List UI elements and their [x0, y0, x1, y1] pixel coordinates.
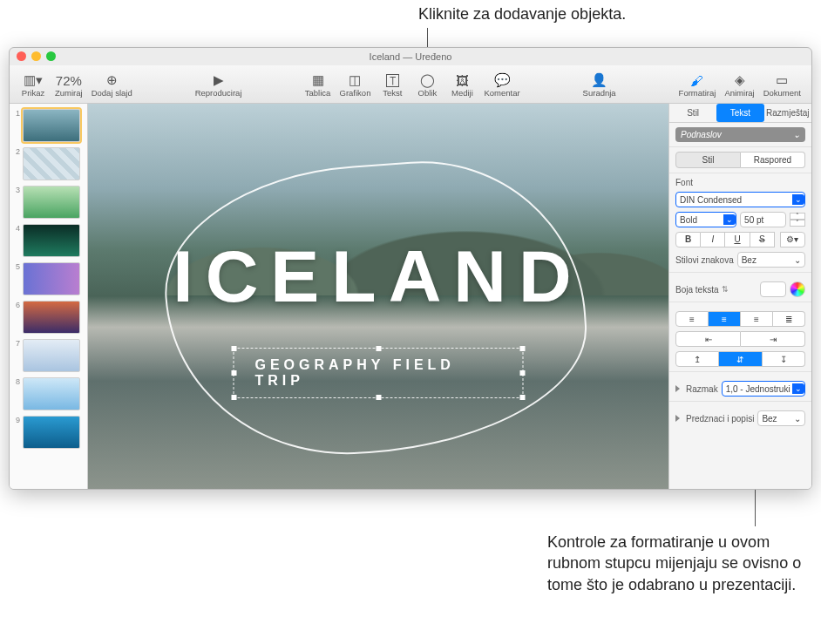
font-size-stepper[interactable]: ˄ ˅: [790, 213, 805, 227]
slide-thumb-7[interactable]: 7: [13, 339, 84, 372]
bullets-label: Predznaci i popisi: [686, 414, 754, 424]
bullets-select[interactable]: Bez ⌄: [757, 410, 805, 426]
slide-thumb-9[interactable]: 9: [13, 416, 84, 449]
subtab-layout[interactable]: Raspored: [741, 152, 805, 168]
close-icon[interactable]: [17, 51, 26, 61]
animate-button[interactable]: ◈ Animiraj: [721, 67, 757, 102]
underline-button[interactable]: U: [725, 232, 750, 247]
disclosure-icon[interactable]: [675, 385, 680, 392]
handle-icon[interactable]: [520, 395, 526, 400]
slide-canvas[interactable]: ICELAND GEOGRAPHY FIELD TRIP: [88, 104, 668, 489]
font-weight-select[interactable]: Bold ⌄: [675, 212, 736, 227]
media-button[interactable]: 🖼 Mediji: [445, 67, 478, 102]
table-icon: ▦: [312, 72, 324, 88]
collaborate-button[interactable]: 👤 Suradnja: [580, 67, 620, 102]
thumb-icon: [23, 262, 80, 295]
outdent-button[interactable]: ⇤: [675, 331, 741, 347]
font-size-field[interactable]: 50 pt: [740, 212, 786, 227]
spacing-value: 1,0 - Jednostruki: [726, 384, 790, 394]
slide-thumb-1[interactable]: 1: [13, 109, 84, 142]
tab-style[interactable]: Stil: [669, 104, 716, 122]
thumb-icon: [23, 416, 80, 449]
chevron-down-icon: ˅: [790, 220, 805, 227]
outdent-icon: ⇤: [705, 335, 712, 344]
slide-thumb-6[interactable]: 6: [13, 301, 84, 334]
inspector-group: 🖌 Formatiraj ◈ Animiraj ▭ Dokument: [675, 67, 804, 102]
handle-icon[interactable]: [232, 346, 237, 351]
minimize-icon[interactable]: [31, 51, 41, 61]
toolbar: ▥▾ Prikaz 72% Zumiraj ⊕ Dodaj slajd ▶ Re…: [10, 65, 811, 104]
thumb-icon: [23, 301, 80, 334]
advanced-options-button[interactable]: ⚙︎▾: [780, 232, 805, 247]
horizontal-alignment: ≡ ≡ ≡ ≣: [675, 311, 805, 327]
slide-thumb-8[interactable]: 8: [13, 377, 84, 410]
document-label: Dokument: [763, 88, 801, 98]
tab-text[interactable]: Tekst: [716, 104, 763, 122]
align-justify-button[interactable]: ≣: [773, 311, 805, 327]
slide-thumb-2[interactable]: 2: [13, 147, 84, 180]
font-weight-value: Bold: [680, 215, 697, 225]
text-color-swatch[interactable]: [760, 281, 786, 297]
thumb-icon: [23, 377, 80, 410]
bold-button[interactable]: B: [675, 232, 701, 247]
document-button[interactable]: ▭ Dokument: [760, 67, 804, 102]
paragraph-style-section: Podnaslov ⌄: [669, 123, 811, 147]
italic-button[interactable]: I: [701, 232, 725, 247]
handle-icon[interactable]: [520, 370, 526, 376]
align-right-button[interactable]: ≡: [741, 311, 773, 327]
strikethrough-button[interactable]: S: [750, 232, 775, 247]
valign-bottom-button[interactable]: ↧: [763, 351, 805, 367]
slide-thumb-4[interactable]: 4: [13, 224, 84, 257]
subtab-style[interactable]: Stil: [675, 152, 741, 168]
slide-navigator[interactable]: 1 2 3 4 5 6 7 8 9: [10, 104, 88, 489]
chevron-down-icon: ⌄: [793, 130, 800, 139]
table-button[interactable]: ▦ Tablica: [302, 67, 335, 102]
comment-button[interactable]: 💬 Komentar: [480, 67, 523, 102]
zoom-button[interactable]: 72% Zumiraj: [51, 67, 86, 102]
shape-label: Oblik: [418, 88, 438, 98]
handle-icon[interactable]: [520, 346, 526, 351]
slide-number: 2: [13, 147, 20, 156]
align-left-icon: ≡: [689, 315, 695, 324]
tab-arrange[interactable]: Razmještaj: [764, 104, 811, 122]
play-button[interactable]: ▶ Reproduciraj: [192, 67, 246, 102]
collaborate-label: Suradnja: [583, 88, 616, 98]
document-icon: ▭: [776, 72, 788, 88]
disclosure-icon[interactable]: [675, 415, 680, 422]
spacing-select[interactable]: 1,0 - Jednostruki ⌄: [722, 381, 805, 397]
slide-number: 5: [13, 262, 20, 271]
slide-title[interactable]: ICELAND: [88, 234, 668, 319]
handle-icon[interactable]: [376, 346, 381, 351]
char-styles-select[interactable]: Bez ⌄: [737, 252, 805, 268]
valign-top-button[interactable]: ↥: [675, 351, 719, 367]
font-family-select[interactable]: DIN Condensed ⌄: [675, 192, 805, 207]
handle-icon[interactable]: [376, 395, 381, 400]
color-wheel-icon[interactable]: [790, 281, 805, 297]
callout-top-text: Kliknite za dodavanje objekta.: [418, 5, 626, 23]
shape-button[interactable]: ◯ Oblik: [410, 67, 444, 102]
slide-thumb-5[interactable]: 5: [13, 262, 84, 295]
chevron-down-icon: ⌄: [723, 214, 736, 225]
chart-button[interactable]: ◫ Grafikon: [336, 67, 375, 102]
app-window: Iceland — Uređeno ▥▾ Prikaz 72% Zumiraj …: [9, 47, 812, 490]
align-left-button[interactable]: ≡: [675, 311, 709, 327]
text-style-buttons: B I U S ⚙︎▾: [675, 232, 805, 247]
view-button[interactable]: ▥▾ Prikaz: [17, 67, 50, 102]
handle-icon[interactable]: [232, 395, 237, 400]
slide-subtitle-box[interactable]: GEOGRAPHY FIELD TRIP: [234, 348, 524, 398]
format-button[interactable]: 🖌 Formatiraj: [675, 67, 720, 102]
slide-number: 1: [13, 109, 20, 118]
handle-icon[interactable]: [232, 370, 237, 376]
add-slide-button[interactable]: ⊕ Dodaj slajd: [88, 67, 136, 102]
slide-thumb-3[interactable]: 3: [13, 186, 84, 219]
zoom-icon[interactable]: [46, 51, 56, 61]
valign-middle-button[interactable]: ⇵: [719, 351, 762, 367]
slide-number: 6: [13, 301, 20, 309]
callout-top: Kliknite za dodavanje objekta.: [418, 5, 626, 24]
gear-icon: ⚙︎▾: [786, 234, 798, 244]
align-center-button[interactable]: ≡: [709, 311, 741, 327]
brush-icon: 🖌: [690, 72, 703, 88]
indent-button[interactable]: ⇥: [741, 331, 805, 347]
text-button[interactable]: 🅃 Tekst: [376, 67, 409, 102]
paragraph-style-select[interactable]: Podnaslov ⌄: [675, 127, 805, 142]
